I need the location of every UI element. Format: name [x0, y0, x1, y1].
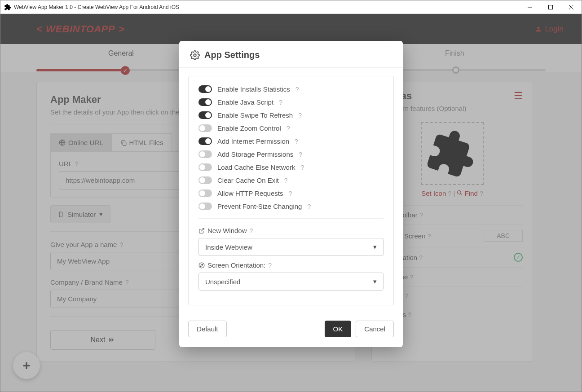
- help-icon[interactable]: ?: [298, 112, 302, 119]
- default-button[interactable]: Default: [188, 321, 227, 337]
- window-title: WebView App Maker 1.0 - Create WebView A…: [14, 4, 179, 10]
- close-button[interactable]: [561, 0, 582, 14]
- toggle-label: Allow HTTP Requests: [217, 189, 283, 197]
- toggle-row: Clear Cache On Exit ?: [198, 176, 384, 184]
- toggle-label: Prevent Font-Size Changing: [217, 203, 302, 210]
- toggle-label: Enable Swipe To Refresh: [217, 111, 293, 119]
- help-icon[interactable]: ?: [295, 138, 298, 145]
- toggle-label: Clear Cache On Exit: [217, 176, 279, 184]
- toggle-row: Allow HTTP Requests ?: [198, 189, 384, 197]
- orientation-label: Screen Orientation: ?: [198, 261, 384, 269]
- toggle-switch[interactable]: [198, 189, 212, 197]
- help-icon[interactable]: ?: [284, 177, 288, 184]
- toggle-switch[interactable]: [198, 98, 212, 106]
- toggle-switch[interactable]: [198, 203, 212, 210]
- cancel-button[interactable]: Cancel: [356, 321, 394, 337]
- toggle-row: Load Cache Else Network ?: [198, 163, 384, 171]
- new-window-select[interactable]: Inside Webview▾: [198, 238, 384, 256]
- minimize-button[interactable]: [520, 0, 540, 14]
- toggle-label: Add Storage Permissions: [217, 150, 293, 158]
- help-icon[interactable]: ?: [307, 203, 311, 210]
- compass-icon: [198, 262, 205, 269]
- help-icon[interactable]: ?: [268, 262, 272, 269]
- toggle-row: Prevent Font-Size Changing ?: [198, 203, 384, 210]
- toggle-label: Add Internet Permission: [217, 137, 289, 145]
- gear-icon: [190, 50, 200, 60]
- toggle-row: Enable Installs Statistics ?: [198, 85, 384, 93]
- toggle-switch[interactable]: [198, 85, 212, 93]
- app-settings-modal: App Settings Enable Installs Statistics …: [179, 41, 403, 347]
- toggle-label: Load Cache Else Network: [217, 163, 295, 171]
- caret-down-icon: ▾: [373, 277, 377, 286]
- toggle-switch[interactable]: [198, 137, 212, 145]
- maximize-button[interactable]: [540, 0, 561, 14]
- titlebar: WebView App Maker 1.0 - Create WebView A…: [0, 0, 582, 14]
- help-icon[interactable]: ?: [279, 99, 282, 106]
- help-icon[interactable]: ?: [299, 151, 302, 158]
- toggle-row: Enable Java Script ?: [198, 98, 384, 106]
- toggle-switch[interactable]: [198, 124, 212, 132]
- ok-button[interactable]: OK: [325, 321, 352, 337]
- toggle-label: Enable Java Script: [217, 98, 273, 106]
- modal-header: App Settings: [179, 41, 403, 68]
- help-icon[interactable]: ?: [250, 227, 253, 234]
- help-icon[interactable]: ?: [287, 125, 290, 132]
- svg-point-9: [194, 54, 196, 57]
- toggle-switch[interactable]: [198, 163, 212, 171]
- help-icon[interactable]: ?: [295, 86, 299, 93]
- svg-marker-11: [201, 264, 203, 266]
- toggle-switch[interactable]: [198, 176, 212, 184]
- caret-down-icon: ▾: [373, 243, 377, 251]
- external-link-icon: [198, 228, 205, 234]
- toggle-row: Add Internet Permission ?: [198, 137, 384, 145]
- orientation-select[interactable]: Unspecified▾: [198, 273, 384, 291]
- toggle-switch[interactable]: [198, 111, 212, 119]
- svg-point-10: [199, 263, 204, 268]
- settings-panel: Enable Installs Statistics ?Enable Java …: [188, 76, 394, 305]
- help-icon[interactable]: ?: [300, 164, 304, 171]
- toggle-switch[interactable]: [198, 150, 212, 158]
- toggle-row: Enable Swipe To Refresh ?: [198, 111, 384, 119]
- toggle-label: Enable Zoom Control: [217, 124, 281, 132]
- svg-rect-1: [549, 5, 553, 9]
- toggle-row: Enable Zoom Control ?: [198, 124, 384, 132]
- app-icon: [4, 4, 11, 11]
- toggle-label: Enable Installs Statistics: [217, 85, 290, 93]
- new-window-label: New Window ?: [198, 227, 384, 234]
- help-icon[interactable]: ?: [288, 190, 292, 197]
- toggle-row: Add Storage Permissions ?: [198, 150, 384, 158]
